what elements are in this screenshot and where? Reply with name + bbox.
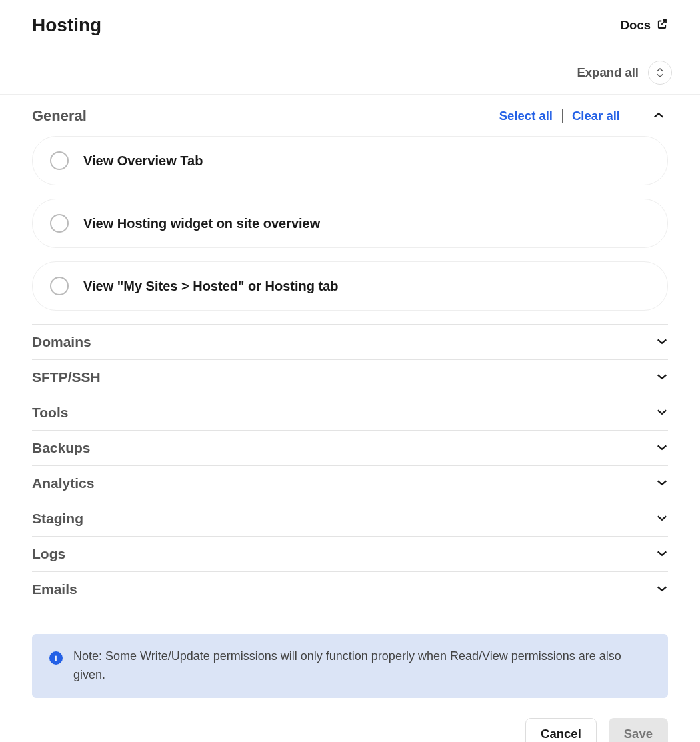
chevron-up-icon — [653, 110, 665, 122]
chevron-down-icon — [656, 513, 668, 525]
external-link-icon — [656, 18, 668, 33]
section-emails[interactable]: Emails — [32, 571, 668, 607]
chevron-down-icon — [656, 442, 668, 454]
permission-label: View Hosting widget on site overview — [83, 216, 320, 231]
footer-actions: Cancel Save — [32, 718, 668, 742]
chevron-down-icon — [656, 548, 668, 560]
permission-checkbox[interactable] — [50, 214, 69, 233]
note-banner: i Note: Some Write/Update permissions wi… — [32, 634, 668, 698]
chevron-down-icon — [656, 477, 668, 489]
page-title: Hosting — [32, 15, 101, 36]
section-domains[interactable]: Domains — [32, 324, 668, 359]
expand-all-label: Expand all — [577, 65, 639, 80]
permission-item[interactable]: View "My Sites > Hosted" or Hosting tab — [32, 261, 668, 311]
page-header: Hosting Docs — [0, 0, 700, 51]
chevron-down-icon — [655, 73, 665, 78]
section-tools[interactable]: Tools — [32, 395, 668, 430]
section-title: Domains — [32, 334, 91, 350]
cancel-button[interactable]: Cancel — [525, 718, 597, 742]
section-title: Backups — [32, 440, 91, 456]
section-logs[interactable]: Logs — [32, 536, 668, 571]
select-all-link[interactable]: Select all — [499, 109, 553, 123]
docs-link[interactable]: Docs — [621, 18, 668, 33]
info-icon: i — [49, 651, 63, 665]
section-general-header: General Select all Clear all — [32, 95, 668, 136]
section-backups[interactable]: Backups — [32, 430, 668, 465]
section-sftp-ssh[interactable]: SFTP/SSH — [32, 359, 668, 395]
chevron-down-icon — [656, 583, 668, 595]
section-title: Logs — [32, 546, 65, 562]
action-separator — [562, 109, 563, 123]
docs-label: Docs — [621, 18, 651, 33]
section-general-toggle[interactable] — [649, 107, 668, 125]
section-staging[interactable]: Staging — [32, 501, 668, 536]
chevron-down-icon — [656, 336, 668, 348]
permission-item[interactable]: View Overview Tab — [32, 136, 668, 185]
permission-item[interactable]: View Hosting widget on site overview — [32, 199, 668, 248]
clear-all-link[interactable]: Clear all — [572, 109, 620, 123]
expand-all-button[interactable] — [648, 61, 672, 85]
chevron-down-icon — [656, 371, 668, 383]
chevron-down-icon — [656, 407, 668, 419]
section-general-title: General — [32, 107, 87, 125]
permission-label: View Overview Tab — [83, 153, 203, 169]
section-analytics[interactable]: Analytics — [32, 465, 668, 501]
chevron-up-icon — [655, 67, 665, 73]
permission-checkbox[interactable] — [50, 277, 69, 295]
section-title: Analytics — [32, 475, 94, 491]
section-title: SFTP/SSH — [32, 369, 101, 385]
section-title: Emails — [32, 581, 77, 597]
permission-checkbox[interactable] — [50, 151, 69, 170]
save-button[interactable]: Save — [609, 718, 668, 742]
section-title: Tools — [32, 405, 68, 421]
expand-all-row: Expand all — [0, 51, 700, 95]
permission-label: View "My Sites > Hosted" or Hosting tab — [83, 279, 339, 294]
note-text: Note: Some Write/Update permissions will… — [73, 647, 651, 685]
section-title: Staging — [32, 511, 83, 527]
